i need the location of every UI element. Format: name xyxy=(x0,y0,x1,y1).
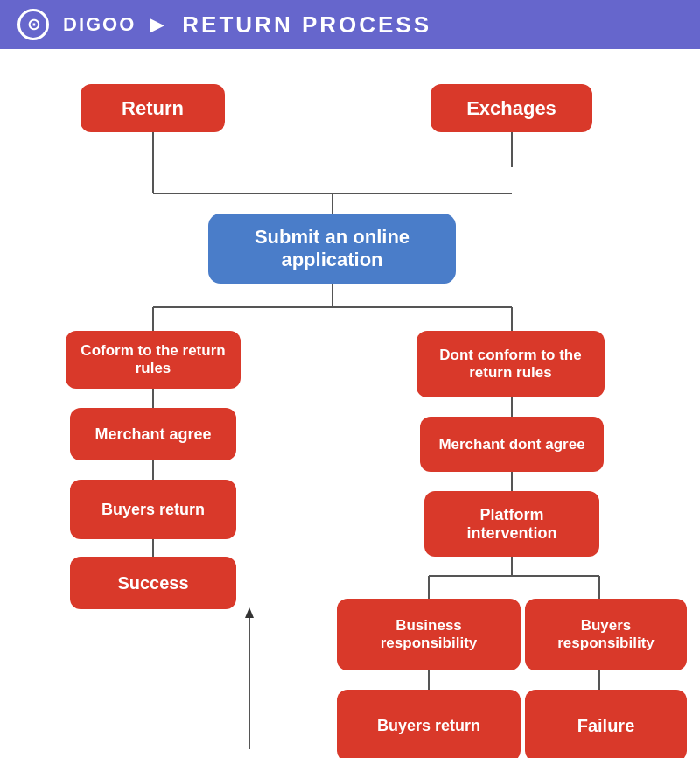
conform-node: Coform to the return rules xyxy=(66,331,241,389)
main-content: Return Exchages Submit an online applica… xyxy=(0,49,700,758)
dont-conform-node: Dont conform to the return rules xyxy=(416,331,605,397)
platform-intervention-node: Platform intervention xyxy=(424,491,599,557)
merchant-dont-agree-node: Merchant dont agree xyxy=(420,417,604,472)
logo-icon: ⊙ xyxy=(18,9,49,40)
merchant-agree-node: Merchant agree xyxy=(70,408,236,460)
failure-node: Failure xyxy=(525,690,687,758)
success-node: Success xyxy=(70,557,236,609)
exchanges-node: Exchages xyxy=(430,84,592,132)
buyers-responsibility-node: Buyers responsibility xyxy=(525,599,687,670)
flowchart: Return Exchages Submit an online applica… xyxy=(18,67,682,749)
page-title: RETURN PROCESS xyxy=(182,11,431,39)
submit-node: Submit an online application xyxy=(208,214,456,284)
logo-text: DIGOO xyxy=(63,13,136,36)
svg-marker-21 xyxy=(245,607,254,618)
buyers-return-left-node: Buyers return xyxy=(70,480,236,539)
return-node: Return xyxy=(80,84,225,132)
buyers-return-right-node: Buyers return xyxy=(337,690,521,758)
header: ⊙ DIGOO ▶ RETURN PROCESS xyxy=(0,0,700,49)
business-responsibility-node: Business responsibility xyxy=(337,599,521,670)
play-icon: ▶ xyxy=(150,13,164,36)
